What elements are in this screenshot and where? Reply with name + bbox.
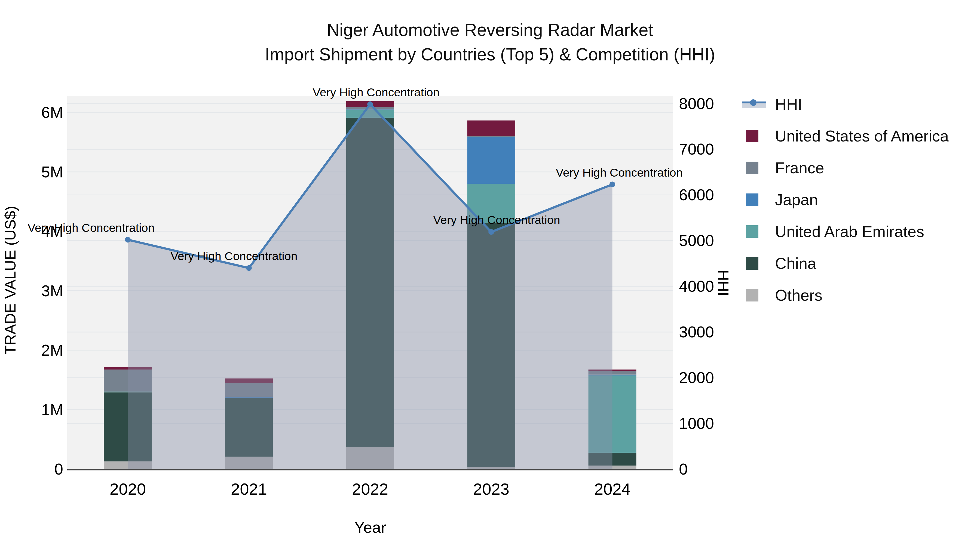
legend-swatch-slot (742, 257, 766, 270)
legend-item-japan[interactable]: Japan (742, 184, 949, 216)
legend-label: Japan (775, 192, 818, 208)
chart-figure: Niger Automotive Reversing Radar Market … (0, 0, 980, 551)
hhi-marker-sample (750, 99, 757, 106)
legend-swatch-slot (742, 193, 766, 206)
y-right-tick-4000: 4000 (679, 278, 714, 294)
legend-swatch-slot (742, 130, 766, 143)
legend-item-france[interactable]: France (742, 152, 949, 184)
y-right-axis-title: HHI (716, 270, 731, 296)
legend-label: United States of America (775, 128, 949, 144)
legend-label: HHI (775, 96, 802, 112)
color-swatch-icon (746, 194, 759, 206)
legend-swatch-slot (742, 289, 766, 302)
legend-item-others[interactable]: Others (742, 279, 949, 311)
legend-item-united-arab-emirates[interactable]: United Arab Emirates (742, 216, 949, 247)
hhi-marker-2022 (367, 102, 373, 107)
bar-2023-united-states-of-america (468, 121, 515, 136)
annotation-2021: Very High Concentration (170, 250, 297, 262)
y-left-axis-title: TRADE VALUE (US$) (3, 206, 18, 355)
y-left-tick-1M: 1M (0, 402, 63, 418)
x-tick-2024: 2024 (594, 481, 630, 497)
y-right-tick-3000: 3000 (679, 324, 714, 340)
color-swatch-icon (746, 257, 759, 270)
y-right-tick-0: 0 (679, 461, 687, 477)
y-left-tick-6M: 6M (0, 105, 63, 120)
annotation-2023: Very High Concentration (433, 214, 560, 226)
legend-label: France (775, 160, 824, 176)
legend-swatch-slot (742, 225, 766, 238)
hhi-marker-2024 (609, 181, 615, 187)
x-axis-title: Year (354, 520, 386, 535)
bar-2023-japan (468, 137, 515, 184)
hhi-marker-2021 (246, 265, 252, 271)
y-left-tick-5M: 5M (0, 164, 63, 180)
legend-label: United Arab Emirates (775, 224, 924, 240)
y-right-tick-8000: 8000 (679, 96, 714, 111)
y-right-tick-6000: 6000 (679, 187, 714, 203)
y-right-tick-1000: 1000 (679, 416, 714, 431)
y-right-tick-5000: 5000 (679, 233, 714, 248)
hhi-line-legend-icon (742, 98, 766, 111)
legend-label: Others (775, 287, 822, 303)
legend-item-china[interactable]: China (742, 247, 949, 279)
y-right-tick-7000: 7000 (679, 141, 714, 157)
bar-2023-france (468, 136, 515, 137)
hhi-marker-2020 (125, 237, 130, 243)
x-tick-2022: 2022 (352, 481, 388, 497)
annotation-2022: Very High Concentration (312, 86, 439, 98)
color-swatch-icon (746, 225, 759, 238)
color-swatch-icon (746, 289, 759, 302)
legend: HHIUnited States of AmericaFranceJapanUn… (742, 88, 949, 311)
y-right-tick-2000: 2000 (679, 370, 714, 386)
legend-item-hhi[interactable]: HHI (742, 88, 949, 120)
annotation-2020: Very High Concentration (27, 221, 154, 234)
y-left-tick-0: 0 (0, 461, 63, 477)
color-swatch-icon (746, 130, 759, 142)
hhi-marker-2023 (488, 229, 494, 235)
x-tick-2021: 2021 (231, 481, 267, 497)
x-tick-2023: 2023 (473, 481, 509, 497)
x-tick-2020: 2020 (110, 481, 146, 497)
color-swatch-icon (746, 162, 759, 174)
annotation-2024: Very High Concentration (555, 166, 682, 179)
legend-label: China (775, 256, 816, 271)
legend-item-united-states-of-america[interactable]: United States of America (742, 120, 949, 152)
legend-swatch-slot (742, 161, 766, 175)
